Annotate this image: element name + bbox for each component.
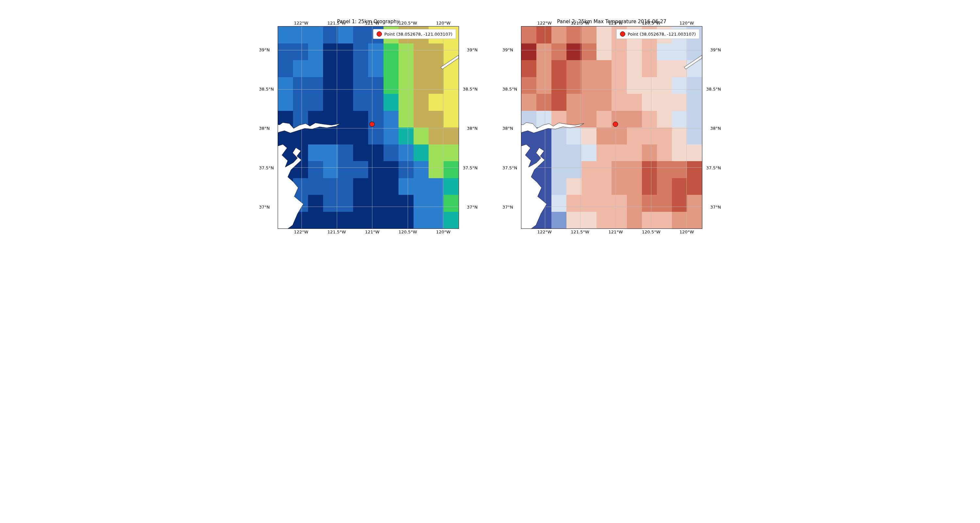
- grid-cell: [672, 161, 687, 178]
- grid-cell: [293, 43, 308, 61]
- y-tick-left: 38.5°N: [503, 87, 517, 91]
- grid-cell: [338, 178, 353, 195]
- grid-cell: [399, 128, 414, 145]
- grid-cell: [687, 111, 702, 128]
- grid-cell: [627, 195, 642, 212]
- grid-cell: [581, 60, 597, 77]
- legend-box: Point (38.052678, -121.003107): [616, 29, 699, 39]
- grid-cell: [368, 212, 383, 229]
- grid-cell: [597, 128, 611, 145]
- grid-cell: [308, 212, 323, 229]
- x-tick-top: 121°W: [365, 21, 379, 26]
- grid-cell: [383, 212, 399, 229]
- grid-cell: [611, 161, 627, 178]
- grid-cell: [657, 43, 672, 61]
- grid-cell: [338, 60, 353, 77]
- grid-cell: [323, 161, 338, 178]
- grid-cell: [308, 161, 323, 178]
- grid-cell: [536, 111, 551, 128]
- grid-cell: [551, 145, 566, 161]
- grid-cell: [444, 94, 459, 111]
- x-tick-bottom: 120.5°W: [399, 230, 417, 234]
- grid-cell: [338, 128, 353, 145]
- grid-cell: [323, 77, 338, 94]
- grid-cell: [414, 178, 429, 195]
- y-tick-right: 37.5°N: [463, 165, 477, 170]
- x-tick-top: 121°W: [608, 21, 623, 26]
- grid-cell: [353, 77, 368, 94]
- grid-cell: [627, 43, 642, 61]
- grid-cell: [611, 77, 627, 94]
- grid-cell: [642, 161, 657, 178]
- grid-cell: [308, 195, 323, 212]
- grid-cell: [414, 195, 429, 212]
- grid-cell: [293, 111, 308, 128]
- grid-cell: [642, 60, 657, 77]
- grid-cell: [308, 27, 323, 43]
- grid-cell: [521, 43, 536, 61]
- grid-cell: [323, 43, 338, 61]
- grid-cell: [672, 145, 687, 161]
- grid-cell: [278, 77, 293, 94]
- grid-cell: [308, 145, 323, 161]
- grid-cell: [581, 128, 597, 145]
- grid-cell: [353, 128, 368, 145]
- grid-cell: [414, 77, 429, 94]
- grid-cell: [444, 60, 459, 77]
- grid-cell: [353, 161, 368, 178]
- grid-cell: [383, 94, 399, 111]
- grid-cell: [521, 145, 536, 161]
- y-tick-left: 37°N: [503, 204, 513, 209]
- grid-cell: [581, 178, 597, 195]
- grid-cell: [521, 27, 536, 43]
- grid-cell: [687, 43, 702, 61]
- grid-cell: [353, 145, 368, 161]
- grid-cell: [308, 94, 323, 111]
- grid-cell: [672, 77, 687, 94]
- grid-cell: [414, 43, 429, 61]
- grid-cell: [323, 111, 338, 128]
- grid-cell: [657, 178, 672, 195]
- x-tick-bottom: 120°W: [679, 230, 694, 234]
- grid-cell: [444, 212, 459, 229]
- grid-cell: [687, 60, 702, 77]
- grid-cell: [611, 43, 627, 61]
- grid-cell: [597, 161, 611, 178]
- grid-cell: [657, 77, 672, 94]
- grid-cell: [597, 94, 611, 111]
- grid-cell: [293, 195, 308, 212]
- legend-label: Point (38.052678, -121.003107): [628, 32, 696, 37]
- grid-cell: [338, 43, 353, 61]
- grid-cell: [566, 161, 581, 178]
- x-tick-bottom: 122°W: [538, 230, 552, 234]
- y-tick-right: 38°N: [467, 126, 477, 131]
- grid-cell: [308, 43, 323, 61]
- grid-cell: [399, 111, 414, 128]
- grid-cell: [383, 128, 399, 145]
- grid-cell: [536, 43, 551, 61]
- grid-cell: [521, 111, 536, 128]
- grid-cell: [566, 77, 581, 94]
- x-tick-bottom: 121°W: [365, 230, 379, 234]
- x-tick-bottom: 121.5°W: [327, 230, 346, 234]
- grid-cell: [521, 77, 536, 94]
- grid-cell: [444, 77, 459, 94]
- grid-cell: [687, 178, 702, 195]
- grid-cell: [672, 60, 687, 77]
- y-tick-left: 37.5°N: [259, 165, 274, 170]
- grid-cell: [642, 195, 657, 212]
- y-tick-right: 37°N: [710, 204, 721, 209]
- grid-cell: [278, 27, 293, 43]
- x-tick-top: 121.5°W: [327, 21, 346, 26]
- grid-cell: [642, 128, 657, 145]
- y-tick-left: 39°N: [259, 48, 270, 52]
- grid-cell: [597, 60, 611, 77]
- panel-1-axes: Point (38.052678, -121.003107): [278, 26, 459, 229]
- grid-cell: [368, 94, 383, 111]
- grid-cell: [293, 212, 308, 229]
- grid-cell: [444, 161, 459, 178]
- grid-cell: [444, 178, 459, 195]
- grid-cell: [368, 195, 383, 212]
- grid-cell: [368, 128, 383, 145]
- grid-cell: [278, 43, 293, 61]
